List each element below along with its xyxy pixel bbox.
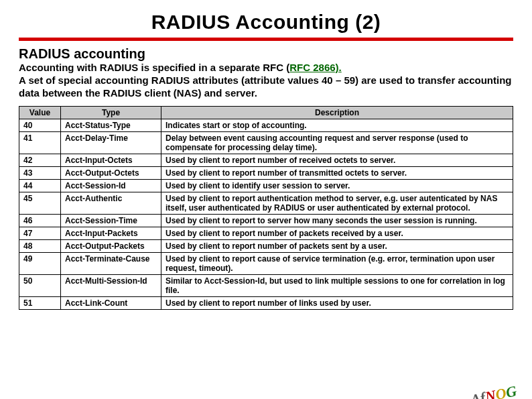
cell-value: 50 (19, 275, 61, 297)
title-underline (19, 38, 513, 41)
cell-description: Similar to Acct-Session-Id, but used to … (161, 275, 513, 297)
table-row: 46Acct-Session-TimeUsed by client to rep… (19, 215, 513, 227)
cell-description: Used by client to report number of packe… (161, 240, 513, 253)
cell-value: 48 (19, 240, 61, 253)
intro-text-line2: A set of special accounting RADIUS attri… (19, 74, 511, 99)
cell-type: Acct-Authentic (61, 192, 161, 215)
cell-type: Acct-Input-Octets (61, 154, 161, 167)
col-header-description: Description (161, 107, 513, 119)
table-row: 49Acct-Terminate-CauseUsed by client to … (19, 253, 513, 275)
page-title: RADIUS Accounting (2) (0, 11, 532, 34)
cell-value: 40 (19, 119, 61, 132)
cell-value: 41 (19, 132, 61, 154)
cell-type: Acct-Delay-Time (61, 132, 161, 154)
col-header-type: Type (61, 107, 161, 119)
cell-description: Used by client to report cause of servic… (161, 253, 513, 275)
intro-text-prefix: Accounting with RADIUS is specified in a… (19, 62, 289, 73)
cell-description: Used by client to report number of recei… (161, 154, 513, 167)
slide: RADIUS Accounting (2) RADIUS accounting … (0, 11, 532, 399)
table-row: 48Acct-Output-PacketsUsed by client to r… (19, 240, 513, 253)
table-row: 44Acct-Session-IdUsed by client to ident… (19, 180, 513, 192)
logo-o: O (494, 384, 508, 399)
cell-type: Acct-Output-Packets (61, 240, 161, 253)
cell-value: 44 (19, 180, 61, 192)
cell-type: Acct-Input-Packets (61, 227, 161, 240)
table-header-row: Value Type Description (19, 107, 513, 119)
afnog-logo: AfNOG (466, 382, 523, 399)
cell-type: Acct-Multi-Session-Id (61, 275, 161, 297)
attributes-table: Value Type Description 40Acct-Status-Typ… (19, 106, 513, 310)
cell-description: Delay between event causing accounting r… (161, 132, 513, 154)
rfc-link[interactable]: RFC 2866). (289, 62, 342, 73)
table-row: 43Acct-Output-OctetsUsed by client to re… (19, 167, 513, 180)
cell-value: 43 (19, 167, 61, 180)
cell-type: Acct-Link-Count (61, 297, 161, 310)
logo-af: Af (469, 389, 487, 399)
table-row: 41Acct-Delay-TimeDelay between event cau… (19, 132, 513, 154)
cell-type: Acct-Session-Time (61, 215, 161, 227)
table-row: 50Acct-Multi-Session-IdSimilar to Acct-S… (19, 275, 513, 297)
cell-description: Indicates start or stop of accounting. (161, 119, 513, 132)
logo-g: G (505, 382, 519, 399)
cell-value: 47 (19, 227, 61, 240)
intro-paragraph: Accounting with RADIUS is specified in a… (19, 62, 513, 99)
cell-type: Acct-Status-Type (61, 119, 161, 132)
cell-value: 51 (19, 297, 61, 310)
cell-value: 46 (19, 215, 61, 227)
table-row: 45Acct-AuthenticUsed by client to report… (19, 192, 513, 215)
table-body: 40Acct-Status-TypeIndicates start or sto… (19, 119, 513, 310)
cell-type: Acct-Session-Id (61, 180, 161, 192)
cell-description: Used by client to report number of packe… (161, 227, 513, 240)
cell-description: Used by client to report authentication … (161, 192, 513, 215)
cell-description: Used by client to report to server how m… (161, 215, 513, 227)
cell-value: 45 (19, 192, 61, 215)
cell-description: Used by client to report number of trans… (161, 167, 513, 180)
cell-type: Acct-Terminate-Cause (61, 253, 161, 275)
table-row: 40Acct-Status-TypeIndicates start or sto… (19, 119, 513, 132)
table-row: 42Acct-Input-OctetsUsed by client to rep… (19, 154, 513, 167)
table-row: 51Acct-Link-CountUsed by client to repor… (19, 297, 513, 310)
cell-description: Used by client to report number of links… (161, 297, 513, 310)
cell-value: 42 (19, 154, 61, 167)
content-area: RADIUS accounting Accounting with RADIUS… (19, 46, 513, 310)
logo-n: N (484, 387, 498, 399)
col-header-value: Value (19, 107, 61, 119)
section-heading: RADIUS accounting (19, 46, 513, 62)
cell-type: Acct-Output-Octets (61, 167, 161, 180)
table-row: 47Acct-Input-PacketsUsed by client to re… (19, 227, 513, 240)
cell-value: 49 (19, 253, 61, 275)
cell-description: Used by client to identify user session … (161, 180, 513, 192)
